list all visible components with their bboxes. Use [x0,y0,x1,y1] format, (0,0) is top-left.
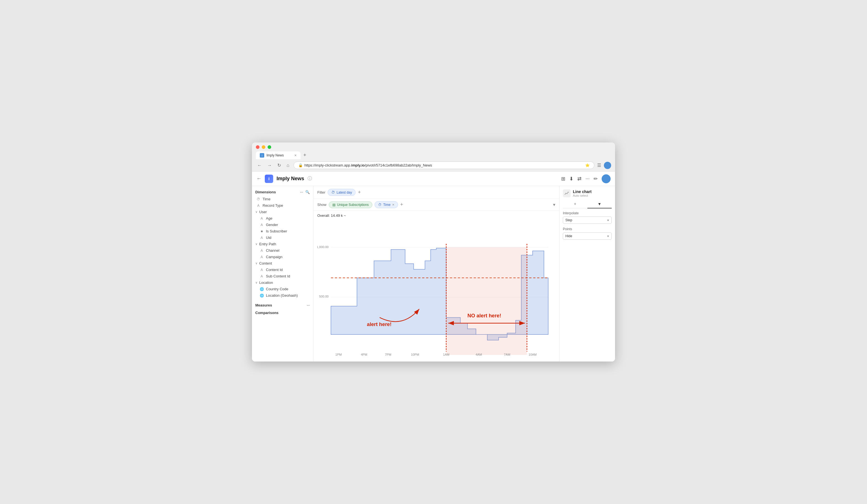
sub-content-id-icon: A [260,274,264,278]
show-add-button[interactable]: + [400,202,403,207]
sidebar-label-record-type: Record Type [263,203,283,207]
bookmarks-icon[interactable]: ☰ [597,163,601,168]
sidebar-item-campaign[interactable]: A Campaign [252,254,313,260]
dimensions-search-icon[interactable]: 🔍 [305,190,310,194]
location-chevron: ∨ [255,281,258,285]
sidebar-label-location: Location [259,280,273,285]
share-icon[interactable]: ⇄ [577,176,581,182]
sidebar-label-country-code: Country Code [266,287,288,291]
is-subscriber-icon: ■ [260,229,264,233]
svg-text:500.00: 500.00 [319,295,329,298]
sparkle-icon: ✦ [574,202,577,206]
time-chip-close[interactable]: × [392,203,394,207]
home-button[interactable]: ⌂ [285,162,291,169]
dimensions-more-icon[interactable]: ··· [300,190,303,194]
minimize-dot[interactable] [262,145,265,149]
close-dot[interactable] [256,145,259,149]
grid-icon[interactable]: ⊞ [561,176,565,182]
svg-text:10AM: 10AM [528,353,537,356]
interpolate-section: Interpolate Step Linear Cardinal Basis B… [563,211,612,224]
url-bar[interactable]: 🔒 https://imply-clickstream.app.imply.io… [293,161,595,169]
sidebar-label-gender: Gender [266,223,278,227]
chart-type-header: Line chart Auto select [563,190,612,197]
url-text: https://imply-clickstream.app.imply.io/p… [304,163,584,167]
sidebar-item-record-type[interactable]: A Record Type [252,202,313,209]
address-bar: ← → ↻ ⌂ 🔒 https://imply-clickstream.app.… [252,159,615,172]
chart-type-name: Line chart [573,190,592,194]
sidebar-group-location[interactable]: ∨ Location [252,279,313,286]
chart-type-icon [563,190,571,197]
record-type-icon: A [256,204,260,207]
chart-svg: 1,000.00 500.00 [317,219,555,359]
tab-close-button[interactable]: × [295,153,297,157]
back-button[interactable]: ← [256,162,263,169]
gender-icon: A [260,223,264,227]
sidebar-item-sub-content-id[interactable]: A Sub Content Id [252,273,313,279]
time-chip-label: Time [383,203,390,207]
app-topbar: ← I Imply News ⓘ ⊞ ⬇ ⇄ ··· ✏ [252,172,615,186]
sidebar-item-content-id[interactable]: A Content Id [252,267,313,273]
edit-icon[interactable]: ✏ [593,176,598,182]
app-title: Imply News [277,176,304,182]
maximize-dot[interactable] [268,145,271,149]
toolbar-icons: ☰ [597,162,611,169]
chart-type-info: Line chart Auto select [573,190,592,197]
sidebar-item-age[interactable]: A Age [252,215,313,222]
comparisons-header: Comparisons [252,309,313,317]
show-chip-label: Unique Subscriptions [337,203,369,207]
new-tab-button[interactable]: + [301,151,309,159]
svg-text:10PM: 10PM [411,353,419,356]
interpolate-select[interactable]: Step Linear Cardinal Basis Bundle Monoto… [563,216,612,224]
content-chevron: ∨ [255,261,258,265]
reload-button[interactable]: ↻ [276,162,282,169]
title-bar: i Imply News × + [252,142,615,159]
measures-more-icon[interactable]: ··· [307,303,310,307]
filter-add-button[interactable]: + [358,190,361,195]
time-chip[interactable]: ⏱ Time × [375,201,398,208]
alert-label: alert here! [367,321,392,327]
svg-text:4PM: 4PM [361,353,367,356]
user-avatar-topbar[interactable] [602,174,611,183]
measures-header: Measures ··· [252,301,313,309]
show-chip-icon: ▤ [332,203,335,207]
campaign-icon: A [260,255,264,259]
dimensions-header: Dimensions ··· 🔍 [252,188,313,196]
active-tab[interactable]: i Imply News × [256,151,301,159]
measures-label: Measures [255,303,272,307]
filter-row: Filter ⏱ Latest day + [313,186,559,199]
filter-chip-latest-day[interactable]: ⏱ Latest day [328,189,355,196]
sidebar-item-location-geohash[interactable]: 🌐 Location (Geohash) [252,292,313,299]
download-icon[interactable]: ⬇ [569,176,574,182]
app-back-button[interactable]: ← [256,176,261,182]
filter-chip-clock-icon: ⏱ [331,190,335,194]
chart-type-sub: Auto select [573,194,592,197]
location-geohash-icon: 🌐 [260,294,264,298]
forward-button[interactable]: → [266,162,273,169]
points-select[interactable]: Hide Show Auto [563,233,612,240]
svg-text:7PM: 7PM [385,353,391,356]
sidebar-item-is-subscriber[interactable]: ■ Is Subscriber [252,228,313,234]
show-chip-unique-subscriptions[interactable]: ▤ Unique Subscriptions [329,202,372,208]
sidebar-group-entry-path[interactable]: ∨ Entry Path [252,241,313,247]
sidebar-item-channel[interactable]: A Channel [252,247,313,254]
show-row: Show ▤ Unique Subscriptions ⏱ Time × + ▾ [313,199,559,211]
filter-label: Filter [317,190,325,194]
info-icon[interactable]: ⓘ [308,176,312,182]
more-icon[interactable]: ··· [586,176,590,182]
show-label: Show [317,203,327,207]
panel-tab-filter[interactable]: ▼ [587,200,612,208]
sidebar-item-time[interactable]: ⏱ Time [252,196,313,202]
sidebar-item-uid[interactable]: A Uid [252,234,313,241]
interpolate-select-wrapper: Step Linear Cardinal Basis Bundle Monoto… [563,216,612,224]
traffic-lights [256,145,611,149]
sidebar-group-user[interactable]: ∨ User [252,209,313,215]
sidebar-group-content[interactable]: ∨ Content [252,260,313,267]
sidebar-item-gender[interactable]: A Gender [252,222,313,228]
time-icon: ⏱ [256,197,260,201]
points-label: Points [563,227,612,231]
sidebar-item-country-code[interactable]: 🌐 Country Code [252,286,313,292]
show-expand-icon[interactable]: ▾ [553,202,555,207]
center-panel: Filter ⏱ Latest day + Show ▤ Unique Subs… [313,186,559,362]
user-avatar[interactable] [604,162,611,169]
panel-tab-sparkle[interactable]: ✦ [563,200,587,208]
